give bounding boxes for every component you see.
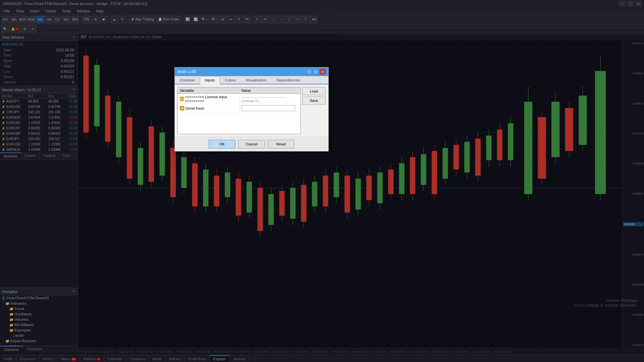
dialog-titlebar: testin 1.00 ─ □ ✕ (175, 67, 328, 76)
dialog-title: testin 1.00 (177, 69, 196, 74)
load-button[interactable]: Load (302, 87, 326, 95)
row-icon-1: ⚙ (180, 97, 184, 101)
inputs-col-variable: Variable (178, 87, 239, 94)
dialog: testin 1.00 ─ □ ✕ Common Inputs Colors V… (174, 67, 329, 152)
inputs-row-license: ⚙ <<<<<<<<< License Input >>>>>>>>> ----… (178, 94, 301, 104)
dlg-tab-visualization[interactable]: Visualization (240, 76, 271, 84)
dlg-tab-common[interactable]: Common (175, 76, 200, 84)
save-button[interactable]: Save (302, 97, 326, 105)
dialog-inner: Variable Value ⚙ <<<<<<<<< License Input… (177, 87, 326, 134)
dialog-side-buttons: Load Save (302, 87, 326, 134)
dlg-tab-inputs[interactable]: Inputs (200, 76, 220, 84)
inputs-header: Variable Value (178, 87, 301, 94)
dialog-footer: OK Cancel Reset (175, 137, 328, 151)
inputs-cell-variable-2: ⚙ Serial Keys (178, 104, 239, 112)
serial-keys-input[interactable] (241, 105, 295, 111)
dialog-titlebar-btns: ─ □ ✕ (306, 69, 326, 74)
inputs-col-value: Value (239, 87, 301, 94)
inputs-cell-value-1: ------------------------------------ Lic… (239, 94, 301, 104)
inputs-cell-value-2[interactable] (239, 104, 301, 112)
dialog-close-btn[interactable]: ✕ (320, 69, 326, 74)
dialog-body: Variable Value ⚙ <<<<<<<<< License Input… (175, 84, 328, 137)
row-icon-2: ⚙ (180, 106, 184, 111)
reset-button[interactable]: Reset (268, 140, 294, 148)
inputs-cell-variable-1: ⚙ <<<<<<<<< License Input >>>>>>>>> (178, 94, 239, 104)
dialog-overlay: testin 1.00 ─ □ ✕ Common Inputs Colors V… (0, 0, 644, 362)
dlg-tab-colors[interactable]: Colors (220, 76, 241, 84)
ok-button[interactable]: OK (209, 140, 235, 148)
dlg-tab-dependencies[interactable]: Dependencies (271, 76, 305, 84)
dialog-main: Variable Value ⚙ <<<<<<<<< License Input… (177, 87, 301, 134)
inputs-row-serial[interactable]: ⚙ Serial Keys (178, 104, 301, 113)
dialog-restore-btn[interactable]: □ (313, 69, 319, 74)
dialog-tab-bar: Common Inputs Colors Visualization Depen… (175, 76, 328, 84)
dialog-minimize-btn[interactable]: ─ (306, 69, 312, 74)
cancel-button[interactable]: Cancel (238, 140, 265, 148)
inputs-table: Variable Value ⚙ <<<<<<<<< License Input… (177, 87, 301, 134)
